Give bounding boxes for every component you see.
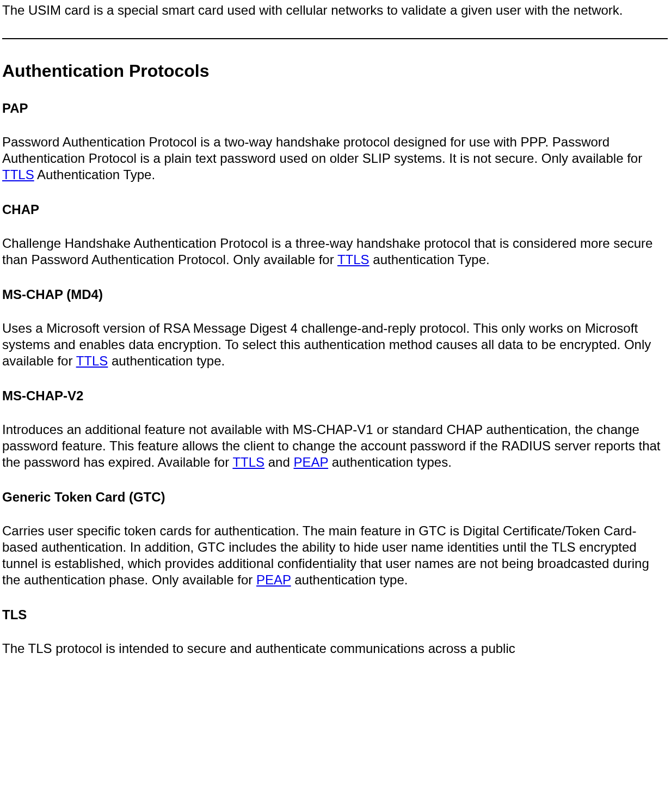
link-ttls[interactable]: TTLS: [2, 167, 34, 182]
section-mschap-v2: MS-CHAP-V2 Introduces an additional feat…: [2, 388, 668, 471]
text-tls-1: The TLS protocol is intended to secure a…: [2, 641, 515, 656]
text-mschap-v2-3: authentication types.: [328, 455, 452, 469]
section-mschap-md4: MS-CHAP (MD4) Uses a Microsoft version o…: [2, 286, 668, 369]
text-pap-2: Authentication Type.: [34, 167, 155, 182]
link-ttls[interactable]: TTLS: [76, 353, 108, 368]
paragraph-gtc: Carries user specific token cards for au…: [2, 523, 668, 588]
paragraph-mschap-md4: Uses a Microsoft version of RSA Message …: [2, 320, 668, 369]
text-gtc-2: authentication type.: [291, 572, 408, 587]
separator-rule: [2, 38, 668, 39]
section-pap: PAP Password Authentication Protocol is …: [2, 100, 668, 183]
paragraph-tls: The TLS protocol is intended to secure a…: [2, 640, 668, 657]
text-mschap-md4-2: authentication type.: [108, 353, 225, 368]
link-ttls[interactable]: TTLS: [232, 455, 264, 469]
heading-mschap-md4: MS-CHAP (MD4): [2, 286, 668, 303]
section-chap: CHAP Challenge Handshake Authentication …: [2, 202, 668, 268]
link-ttls[interactable]: TTLS: [337, 252, 370, 267]
paragraph-mschap-v2: Introduces an additional feature not ava…: [2, 422, 668, 471]
heading-pap: PAP: [2, 100, 668, 117]
heading-chap: CHAP: [2, 202, 668, 218]
link-peap[interactable]: PEAP: [256, 572, 291, 587]
section-heading-auth-protocols: Authentication Protocols: [2, 60, 668, 82]
heading-mschap-v2: MS-CHAP-V2: [2, 388, 668, 404]
heading-tls: TLS: [2, 607, 668, 623]
text-chap-1: Challenge Handshake Authentication Proto…: [2, 236, 652, 267]
section-tls: TLS The TLS protocol is intended to secu…: [2, 607, 668, 657]
paragraph-chap: Challenge Handshake Authentication Proto…: [2, 235, 668, 268]
text-pap-1: Password Authentication Protocol is a tw…: [2, 135, 642, 166]
text-chap-2: authentication Type.: [370, 252, 490, 267]
heading-gtc: Generic Token Card (GTC): [2, 489, 668, 505]
paragraph-pap: Password Authentication Protocol is a tw…: [2, 134, 668, 183]
intro-paragraph: The USIM card is a special smart card us…: [2, 2, 668, 19]
link-peap[interactable]: PEAP: [293, 455, 328, 469]
text-mschap-v2-2: and: [264, 455, 293, 469]
section-gtc: Generic Token Card (GTC) Carries user sp…: [2, 489, 668, 588]
